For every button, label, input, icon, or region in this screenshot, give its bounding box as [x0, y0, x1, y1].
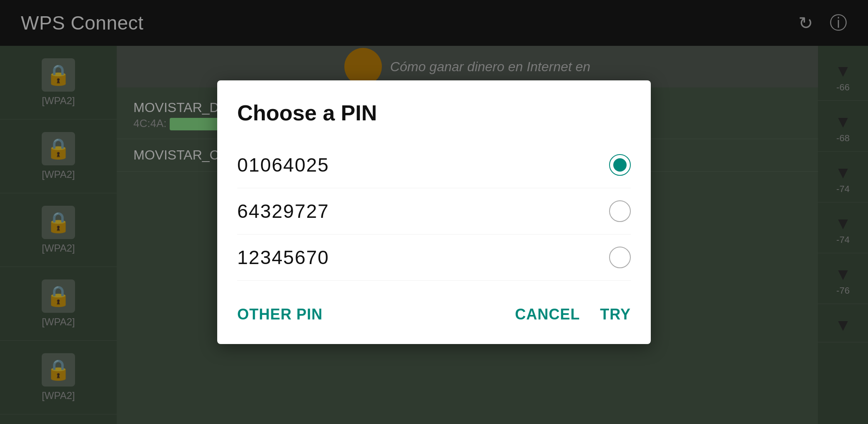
- try-button[interactable]: TRY: [600, 302, 631, 327]
- radio-inner-1: [613, 158, 627, 172]
- pin-option-2[interactable]: 64329727: [237, 188, 631, 234]
- pin-value-2: 64329727: [237, 200, 329, 222]
- pin-option-1[interactable]: 01064025: [237, 142, 631, 188]
- pin-value-3: 12345670: [237, 246, 329, 269]
- pin-option-3[interactable]: 12345670: [237, 234, 631, 281]
- pin-value-1: 01064025: [237, 154, 329, 176]
- dialog-actions: OTHER PIN CANCEL TRY: [237, 297, 631, 327]
- dialog-overlay: Choose a PIN 01064025 64329727 12345670 …: [0, 0, 868, 424]
- radio-button-3[interactable]: [609, 247, 631, 268]
- radio-button-2[interactable]: [609, 200, 631, 222]
- radio-button-1[interactable]: [609, 154, 631, 176]
- other-pin-button[interactable]: OTHER PIN: [237, 302, 323, 327]
- dialog-title: Choose a PIN: [237, 100, 631, 125]
- cancel-button[interactable]: CANCEL: [515, 302, 580, 327]
- dialog-action-right: CANCEL TRY: [515, 302, 631, 327]
- choose-pin-dialog: Choose a PIN 01064025 64329727 12345670 …: [217, 80, 651, 344]
